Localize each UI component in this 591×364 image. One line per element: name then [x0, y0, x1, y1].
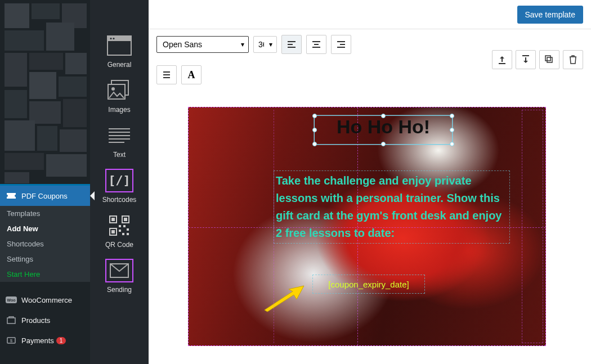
submenu-templates[interactable]: Templates	[0, 206, 90, 221]
canvas-area[interactable]: Ho Ho Ho! Take the challenge and enjoy p…	[149, 90, 591, 364]
sending-icon	[105, 259, 133, 282]
svg-text:$: $	[10, 338, 13, 343]
woocommerce-icon: Woo	[6, 294, 17, 305]
coupon-icon	[6, 190, 17, 201]
menu-products[interactable]: Products	[0, 310, 90, 330]
shortcode-text: [coupon_expiry_date]	[328, 280, 409, 289]
margin-guide-left	[191, 110, 274, 343]
svg-point-11	[111, 87, 115, 91]
align-center-icon	[312, 41, 321, 48]
tool-sidebar: General Images Text [/] Shortcodes QR Co…	[90, 0, 149, 364]
svg-text:Woo: Woo	[7, 298, 15, 302]
svg-rect-23	[111, 230, 115, 233]
submenu-add-new[interactable]: Add New	[0, 221, 90, 236]
menu-pdf-coupons[interactable]: PDF Coupons	[0, 186, 90, 206]
align-center-button[interactable]	[306, 35, 326, 54]
resize-handle[interactable]	[312, 114, 317, 118]
align-right-button[interactable]	[331, 35, 351, 54]
resize-handle[interactable]	[381, 114, 386, 118]
text-icon	[105, 124, 133, 147]
products-icon	[6, 314, 17, 326]
svg-rect-27	[127, 228, 129, 231]
svg-rect-21	[124, 218, 127, 221]
text-color-button[interactable]: A	[181, 65, 202, 84]
payments-icon: $	[6, 335, 17, 346]
template-canvas[interactable]: Ho Ho Ho! Take the challenge and enjoy p…	[188, 107, 546, 346]
tool-general[interactable]: General	[105, 34, 133, 69]
submenu-settings[interactable]: Settings	[0, 251, 90, 267]
svg-rect-2	[7, 318, 15, 323]
svg-rect-46	[545, 56, 550, 61]
resize-handle[interactable]	[381, 142, 386, 146]
trash-icon	[569, 55, 577, 64]
qrcode-icon	[105, 214, 133, 237]
svg-rect-25	[123, 225, 126, 227]
tool-qrcode[interactable]: QR Code	[105, 214, 133, 249]
svg-rect-24	[119, 225, 121, 227]
menu-label: WooCommerce	[21, 296, 72, 304]
line-height-icon	[162, 70, 171, 79]
margin-guide-right	[522, 110, 543, 343]
font-family-select[interactable]: Open Sans	[156, 36, 249, 53]
menu-payments[interactable]: $ Payments 1	[0, 330, 90, 350]
shortcode-element[interactable]: [coupon_expiry_date]	[312, 275, 425, 294]
line-height-button[interactable]	[156, 65, 177, 84]
shortcodes-icon: [/]	[105, 169, 133, 192]
bring-front-icon	[498, 55, 507, 64]
save-template-button[interactable]: Save template	[517, 6, 584, 24]
tool-label: QR Code	[105, 241, 133, 249]
duplicate-icon	[545, 55, 554, 64]
svg-rect-26	[119, 230, 121, 232]
body-text-element[interactable]: Take the challenge and enjoy private les…	[274, 171, 509, 243]
resize-handle[interactable]	[450, 142, 454, 146]
svg-rect-45	[547, 57, 552, 62]
svg-rect-29	[127, 233, 129, 235]
align-left-button[interactable]	[281, 35, 302, 54]
editor-toolbar: Open Sans 36	[149, 29, 591, 90]
general-icon	[105, 34, 133, 57]
wp-admin-sidebar: PDF Coupons Templates Add New Shortcodes…	[0, 0, 90, 364]
tool-label: Images	[108, 106, 130, 114]
text-a-icon: A	[188, 69, 195, 81]
send-back-icon	[521, 55, 530, 64]
svg-point-7	[110, 38, 112, 39]
tool-label: General	[108, 61, 132, 69]
menu-woocommerce[interactable]: Woo WooCommerce	[0, 290, 90, 310]
svg-text:[/]: [/]	[108, 173, 131, 187]
tool-shortcodes[interactable]: [/] Shortcodes	[102, 169, 137, 204]
tool-label: Text	[113, 151, 126, 159]
menu-label: Products	[21, 316, 50, 325]
bring-front-button[interactable]	[492, 50, 512, 69]
duplicate-button[interactable]	[539, 50, 559, 69]
resize-handle[interactable]	[450, 128, 454, 132]
images-icon	[105, 79, 133, 102]
font-size-select[interactable]: 36	[253, 36, 277, 53]
svg-point-8	[113, 38, 115, 39]
editor-header: Save template	[149, 0, 591, 29]
align-right-icon	[337, 41, 346, 48]
svg-rect-28	[122, 233, 124, 235]
submenu-start-here[interactable]: Start Here	[0, 267, 90, 282]
tool-text[interactable]: Text	[105, 124, 133, 159]
tool-label: Sending	[107, 286, 132, 294]
submenu-shortcodes[interactable]: Shortcodes	[0, 236, 90, 251]
send-back-button[interactable]	[516, 50, 536, 69]
delete-button[interactable]	[563, 50, 583, 69]
resize-handle[interactable]	[450, 114, 454, 118]
resize-handle[interactable]	[312, 128, 317, 132]
tool-sending[interactable]: Sending	[105, 259, 133, 294]
align-left-icon	[287, 41, 296, 48]
resize-handle[interactable]	[312, 142, 317, 146]
svg-rect-19	[111, 218, 115, 221]
tool-label: Shortcodes	[102, 196, 137, 204]
payments-badge: 1	[56, 337, 66, 344]
menu-label: Payments	[21, 336, 54, 345]
obscured-admin-area	[0, 0, 90, 186]
tool-images[interactable]: Images	[105, 79, 133, 114]
menu-label: PDF Coupons	[21, 192, 68, 200]
title-text: Ho Ho Ho!	[337, 116, 430, 137]
editor-pane: Save template Open Sans 36	[149, 0, 591, 364]
title-text-element[interactable]: Ho Ho Ho!	[315, 116, 452, 144]
